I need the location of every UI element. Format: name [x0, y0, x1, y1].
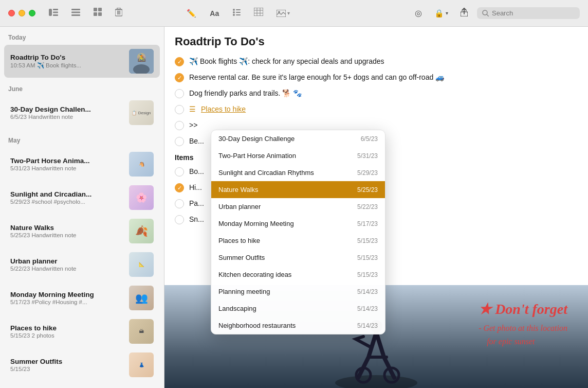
font-button[interactable]: Aa [208, 7, 221, 20]
svg-rect-21 [236, 12, 241, 13]
autocomplete-date-2: 5/29/23 [357, 169, 378, 177]
svg-rect-13 [118, 10, 119, 14]
may-section-label: May [0, 130, 164, 147]
table-button[interactable] [252, 6, 265, 21]
autocomplete-date-3: 5/25/23 [357, 186, 378, 193]
share-button[interactable] [458, 6, 470, 21]
sidebar-item-nature-title: Nature Walks [10, 224, 124, 232]
sidebar-item-urban[interactable]: Urban planner 5/22/23 Handwritten note 📐 [4, 248, 160, 281]
svg-rect-8 [98, 8, 102, 11]
titlebar: ✏️ Aa [0, 0, 588, 27]
sidebar-item-sunlight[interactable]: Sunlight and Circadian... 5/29/23 #schoo… [4, 181, 160, 214]
sidebar-item-horse-title: Two-Part Horse Anima... [10, 157, 124, 165]
svg-rect-5 [71, 11, 80, 13]
autocomplete-item-8[interactable]: Kitchen decorating ideas 5/15/23 [211, 266, 385, 283]
svg-rect-0 [49, 9, 52, 16]
today-section-label: Today [0, 27, 164, 44]
lock-button[interactable]: 🔒 ▾ [431, 7, 451, 20]
collab-button[interactable]: ◎ [413, 6, 424, 20]
svg-rect-4 [71, 9, 80, 10]
autocomplete-item-0[interactable]: 30-Day Design Challenge 6/5/23 [211, 130, 385, 147]
note-section-item-2-text: Hi... [189, 182, 202, 193]
section-checkbox-4[interactable] [175, 215, 184, 224]
content-area: Roadtrip To Do's ✈️ Book flights ✈️: che… [164, 27, 588, 388]
svg-rect-6 [71, 14, 80, 16]
svg-rect-2 [53, 11, 58, 13]
minimize-button[interactable] [19, 10, 25, 16]
autocomplete-date-5: 5/17/23 [357, 220, 378, 227]
sidebar-item-urban-thumbnail: 📐 [129, 252, 154, 277]
svg-rect-16 [115, 9, 122, 10]
autocomplete-date-9: 5/14/23 [357, 288, 378, 295]
list-view-button[interactable] [69, 6, 82, 21]
maximize-button[interactable] [29, 10, 35, 16]
new-note-button[interactable]: ✏️ [185, 7, 198, 20]
svg-rect-23 [254, 8, 263, 16]
titlebar-right: ◎ 🔒 ▾ [413, 6, 580, 21]
autocomplete-item-4[interactable]: Urban planner 5/22/23 [211, 198, 385, 215]
autocomplete-item-9[interactable]: Planning meeting 5/14/23 [211, 283, 385, 300]
autocomplete-label-7: Summer Outfits [218, 254, 265, 261]
sidebar-item-roadtrip-thumbnail: 🚵 [129, 49, 154, 74]
autocomplete-date-1: 5/31/23 [357, 152, 378, 160]
svg-rect-14 [120, 10, 121, 14]
checkbox-5[interactable] [175, 121, 184, 130]
sidebar-item-design-title: 30-Day Design Challen... [10, 105, 124, 113]
checkbox-6[interactable] [175, 137, 184, 146]
sidebar-item-sunlight-title: Sunlight and Circadian... [10, 190, 124, 198]
autocomplete-popup: 30-Day Design Challenge 6/5/23 Two-Part … [211, 130, 385, 334]
svg-rect-22 [236, 14, 241, 15]
sidebar-item-places-thumbnail: 🏔 [129, 319, 154, 344]
checkbox-1[interactable] [175, 57, 184, 66]
checkbox-2[interactable] [175, 73, 184, 82]
autocomplete-item-2[interactable]: Sunlight and Circadian Rhythms 5/29/23 [211, 164, 385, 181]
note-item-3: Dog friendly parks and trails. 🐕 🐾 [175, 85, 578, 101]
autocomplete-item-6[interactable]: Places to hike 5/15/23 [211, 232, 385, 249]
note-item-4: ☰ Places to hike [175, 101, 578, 117]
sidebar-item-roadtrip[interactable]: Roadtrip To Do's 10:53 AM ✈️ Book flight… [4, 45, 160, 78]
note-section-item-3-text: Pa... [189, 198, 204, 209]
sidebar-item-horse-subtitle: 5/31/23 Handwritten note [10, 165, 124, 171]
sidebar-item-sunlight-thumbnail: 🌸 [129, 185, 154, 210]
sidebar-item-summer-thumbnail: 👗 [129, 352, 154, 377]
sidebar-toggle-button[interactable] [47, 6, 60, 21]
search-input[interactable] [492, 9, 574, 17]
autocomplete-item-5[interactable]: Monday Morning Meeting 5/17/23 [211, 215, 385, 232]
section-checkbox-3[interactable] [175, 199, 184, 208]
sidebar-item-monday[interactable]: Monday Morning Meeting 5/17/23 #Policy #… [4, 281, 160, 314]
svg-rect-9 [94, 12, 97, 16]
sidebar-item-places[interactable]: Places to hike 5/15/23 2 photos 🏔 [4, 315, 160, 348]
delete-button[interactable] [113, 6, 124, 21]
svg-point-17 [233, 9, 235, 11]
sidebar-item-monday-title: Monday Morning Meeting [10, 291, 124, 298]
media-button[interactable]: ▾ [274, 8, 292, 19]
checkbox-3[interactable] [175, 89, 184, 98]
section-checkbox-1[interactable] [175, 167, 184, 177]
sidebar-item-summer-title: Summer Outfits [10, 358, 124, 365]
june-section-label: June [0, 78, 164, 96]
note-item-4-link[interactable]: Places to hike [201, 104, 246, 115]
search-bar[interactable] [477, 7, 580, 19]
autocomplete-label-2: Sunlight and Circadian Rhythms [218, 169, 314, 177]
section-checkbox-2[interactable] [175, 183, 184, 192]
grid-view-button[interactable] [91, 6, 104, 21]
main-area: Today Roadtrip To Do's 10:53 AM ✈️ Book … [0, 27, 588, 388]
autocomplete-date-4: 5/22/23 [357, 203, 378, 210]
checkbox-4[interactable] [175, 105, 184, 114]
autocomplete-item-1[interactable]: Two-Part Horse Animation 5/31/23 [211, 147, 385, 164]
autocomplete-item-11[interactable]: Neighborhood restaurants 5/14/23 [211, 317, 385, 334]
sidebar-item-horse[interactable]: Two-Part Horse Anima... 5/31/23 Handwrit… [4, 148, 160, 181]
autocomplete-item-10[interactable]: Landscaping 5/14/23 [211, 300, 385, 317]
svg-point-19 [233, 14, 235, 16]
note-item-3-text: Dog friendly parks and trails. 🐕 🐾 [189, 88, 302, 99]
format-button[interactable] [230, 6, 243, 21]
sidebar-item-nature[interactable]: Nature Walks 5/25/23 Handwritten note 🍂 [4, 215, 160, 248]
sidebar-item-summer[interactable]: Summer Outfits 5/15/23 👗 [4, 348, 160, 381]
sidebar-item-nature-thumbnail: 🍂 [129, 219, 154, 243]
autocomplete-item-3[interactable]: Nature Walks 5/25/23 [211, 181, 385, 198]
svg-rect-3 [53, 14, 58, 16]
handwritten-text: ★ Don't forget - Get photo at this locat… [479, 301, 567, 348]
close-button[interactable] [8, 10, 15, 16]
sidebar-item-design[interactable]: 30-Day Design Challen... 6/5/23 Handwrit… [4, 96, 160, 129]
autocomplete-item-7[interactable]: Summer Outfits 5/15/23 [211, 249, 385, 266]
